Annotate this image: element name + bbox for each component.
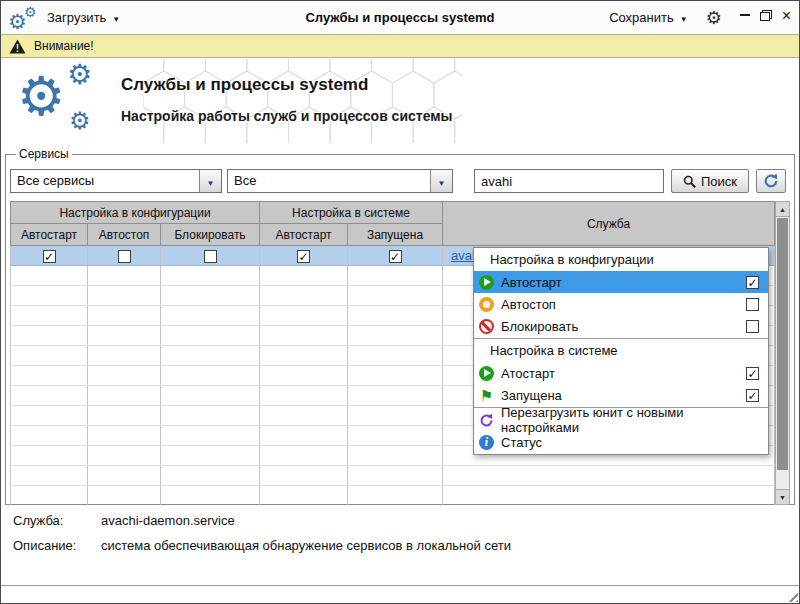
scroll-up-button[interactable] — [776, 202, 789, 217]
load-menu-button[interactable]: Загрузить — [41, 6, 126, 29]
vertical-scrollbar[interactable] — [775, 201, 790, 505]
search-button[interactable]: Поиск — [671, 169, 749, 193]
block-icon — [479, 319, 494, 334]
stop-icon — [479, 297, 494, 312]
warning-bar: ! Внимание! — [1, 34, 799, 58]
window-title: Службы и процессы systemd — [121, 10, 679, 25]
detail-description-label: Описание: — [13, 538, 101, 553]
context-menu-section-system: Настройка в системе — [474, 340, 768, 362]
menu-item-running[interactable]: Запущена — [474, 384, 768, 406]
menu-item-label: Атостарт — [501, 366, 555, 381]
menu-checkbox[interactable] — [746, 389, 759, 402]
save-menu-label: Сохранить — [609, 10, 674, 25]
menu-item-system-autostart[interactable]: Атостарт — [474, 362, 768, 384]
titlebar: Загрузить Службы и процессы systemd Сохр… — [1, 1, 799, 34]
page-subtitle: Настройка работы служб и процессов систе… — [121, 108, 453, 124]
system-autostart-checkbox[interactable] — [297, 250, 310, 263]
column-header-system-running: Запущена — [348, 224, 443, 246]
chevron-down-icon — [680, 10, 688, 25]
column-header-service: Служба — [443, 202, 775, 246]
menu-item-label: Перезагрузить юнит с новыми настройками — [501, 405, 759, 435]
group-header-config: Настройка в конфигурации — [11, 202, 260, 224]
close-button[interactable] — [782, 10, 791, 22]
service-filter-value: Все сервисы — [11, 170, 221, 192]
system-running-checkbox[interactable] — [389, 250, 402, 263]
chevron-down-icon — [207, 174, 215, 189]
table-row-empty — [11, 486, 775, 506]
detail-service-label: Служба: — [13, 513, 101, 528]
state-filter-select[interactable]: Все — [227, 169, 453, 193]
menu-item-reload-unit[interactable]: Перезагрузить юнит с новыми настройками — [474, 409, 768, 431]
menu-item-autostop[interactable]: Автостоп — [474, 293, 768, 315]
hero-gears-icon — [15, 59, 119, 145]
refresh-icon — [763, 173, 779, 189]
page-title: Службы и процессы systemd — [121, 75, 453, 95]
group-header-system: Настройка в системе — [260, 202, 443, 224]
chevron-down-icon — [438, 174, 446, 189]
hero-text: Службы и процессы systemd Настройка рабо… — [121, 75, 453, 124]
flag-icon — [479, 388, 494, 403]
menu-item-label: Блокировать — [501, 319, 578, 334]
context-menu: Настройка в конфигурации Автостарт Автос… — [473, 247, 769, 455]
menu-checkbox[interactable] — [746, 298, 759, 311]
warning-text: Внимание! — [34, 39, 94, 53]
gear-icon — [17, 69, 65, 123]
dropdown-button[interactable] — [430, 170, 452, 192]
resize-grip[interactable] — [785, 589, 798, 602]
context-menu-section-config: Настройка в конфигурации — [474, 249, 768, 271]
detail-service-value: avachi-daemon.service — [101, 513, 235, 528]
settings-button[interactable] — [706, 8, 726, 28]
config-autostart-checkbox[interactable] — [43, 250, 56, 263]
window-controls — [740, 10, 791, 22]
minimize-button[interactable] — [740, 10, 750, 20]
service-filter-select[interactable]: Все сервисы — [10, 169, 222, 193]
services-legend: Сервисы — [16, 147, 72, 161]
info-icon — [479, 435, 494, 450]
chevron-down-icon — [112, 10, 120, 25]
load-menu-label: Загрузить — [47, 10, 106, 25]
titlebar-right: Сохранить — [603, 6, 793, 29]
reload-icon — [479, 413, 494, 428]
play-icon — [479, 366, 494, 381]
search-input[interactable] — [474, 169, 664, 193]
app-gears-icon — [7, 4, 41, 32]
column-header-config-autostart: Автостарт — [11, 224, 88, 246]
config-block-checkbox[interactable] — [204, 250, 217, 263]
menu-checkbox[interactable] — [746, 276, 759, 289]
menu-item-autostart[interactable]: Автостарт — [474, 271, 768, 293]
status-bar — [1, 585, 799, 603]
column-header-system-autostart: Автостарт — [260, 224, 348, 246]
app-window: Загрузить Службы и процессы systemd Сохр… — [0, 0, 800, 604]
menu-checkbox[interactable] — [746, 367, 759, 380]
detail-description-row: Описание: система обеспечивающая обнаруж… — [13, 538, 511, 553]
search-icon — [683, 175, 696, 188]
column-header-config-block: Блокировать — [161, 224, 260, 246]
menu-item-label: Запущена — [501, 388, 562, 403]
dropdown-button[interactable] — [199, 170, 221, 192]
scrollbar-thumb[interactable] — [777, 218, 788, 470]
menu-separator — [474, 338, 768, 339]
maximize-button[interactable] — [760, 10, 772, 21]
save-menu-button[interactable]: Сохранить — [603, 6, 694, 29]
warning-icon: ! — [9, 39, 26, 54]
state-filter-value: Все — [228, 170, 452, 192]
search-button-label: Поиск — [701, 174, 737, 189]
svg-text:!: ! — [16, 42, 19, 53]
details-panel: Служба: avachi-daemon.service Описание: … — [13, 513, 511, 563]
detail-description-value: система обеспечивающая обнаружение серви… — [101, 538, 511, 553]
hero-header: Службы и процессы systemd Настройка рабо… — [1, 59, 799, 145]
detail-service-row: Служба: avachi-daemon.service — [13, 513, 511, 528]
menu-item-label: Статус — [501, 435, 542, 450]
menu-checkbox[interactable] — [746, 320, 759, 333]
menu-item-label: Автостарт — [501, 275, 562, 290]
gear-icon — [69, 109, 91, 133]
menu-item-label: Автостоп — [501, 297, 556, 312]
config-autostop-checkbox[interactable] — [118, 250, 131, 263]
gear-icon — [67, 61, 92, 89]
gear-icon — [24, 5, 37, 19]
refresh-button[interactable] — [756, 169, 786, 193]
scroll-down-button[interactable] — [776, 489, 789, 504]
gear-icon — [706, 9, 722, 27]
filter-controls: Все сервисы Все Поиск — [10, 169, 790, 193]
menu-item-block[interactable]: Блокировать — [474, 315, 768, 337]
